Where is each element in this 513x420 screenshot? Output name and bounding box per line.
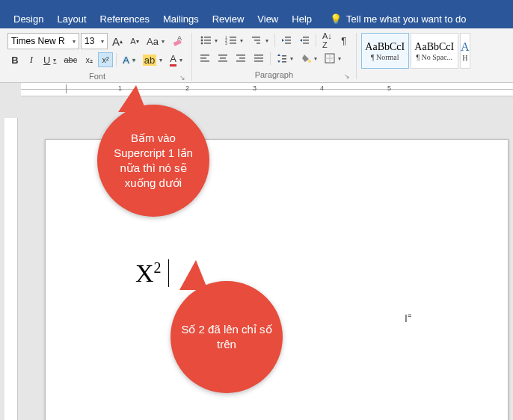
style-normal[interactable]: AaBbCcI ¶ Normal (361, 33, 409, 69)
svg-rect-39 (282, 55, 286, 57)
svg-rect-40 (282, 58, 286, 60)
align-right-button[interactable] (233, 51, 249, 66)
align-left-icon (200, 53, 210, 64)
font-name-combo[interactable]: Times New R ▾ (7, 33, 79, 49)
svg-rect-22 (303, 40, 309, 41)
ruler-mark: 2 (185, 84, 189, 92)
pilcrow-icon: ¶ (341, 35, 346, 46)
ruler-mark: 4 (320, 84, 324, 92)
tell-me-label: Tell me what you want to do (346, 13, 466, 25)
svg-rect-33 (236, 61, 245, 62)
svg-rect-16 (256, 43, 260, 44)
callout-text: Bấm vào Supercript 1 lần nữa thì nó sẽ x… (105, 131, 202, 191)
shading-button[interactable]: ▾ (298, 51, 320, 66)
svg-rect-3 (204, 37, 211, 38)
vertical-ruler[interactable] (4, 118, 18, 420)
increase-indent-button[interactable] (296, 33, 313, 48)
svg-rect-23 (303, 43, 309, 44)
italic-button[interactable]: I (24, 52, 39, 67)
mouse-text-cursor-icon: I≡ (405, 312, 411, 324)
multilevel-list-button[interactable]: ▾ (248, 33, 271, 48)
borders-button[interactable]: ▾ (322, 51, 344, 66)
svg-rect-31 (236, 55, 245, 56)
font-size-combo[interactable]: 13 ▾ (81, 33, 108, 49)
chevron-down-icon: ▾ (129, 57, 135, 64)
svg-rect-25 (200, 55, 209, 56)
chevron-down-icon: ▾ (237, 37, 243, 44)
svg-rect-29 (220, 58, 226, 59)
highlight-button[interactable]: ab▾ (140, 52, 165, 67)
tab-design[interactable]: Design (13, 13, 43, 25)
separator (116, 53, 117, 67)
align-center-button[interactable] (215, 51, 231, 66)
style-no-spacing[interactable]: AaBbCcI ¶ No Spac... (411, 33, 458, 69)
line-spacing-button[interactable]: ▾ (274, 51, 296, 66)
svg-point-4 (201, 40, 203, 42)
callout-tail-icon (179, 260, 208, 290)
bold-button[interactable]: B (7, 52, 22, 67)
tell-me-search[interactable]: 💡 Tell me what you want to do (330, 13, 466, 25)
style-sample: A (461, 40, 470, 54)
svg-marker-20 (282, 39, 284, 42)
svg-rect-34 (254, 55, 263, 56)
subscript-button[interactable]: x₂ (82, 52, 96, 67)
annotation-callout-1: Bấm vào Supercript 1 lần nữa thì nó sẽ x… (97, 105, 209, 217)
window-titlebar (0, 0, 513, 9)
style-name: ¶ No Spac... (416, 53, 452, 61)
tab-mailings[interactable]: Mailings (163, 13, 199, 25)
style-sample: AaBbCcI (365, 41, 405, 53)
svg-rect-14 (252, 37, 260, 38)
svg-rect-35 (254, 58, 263, 59)
strikethrough-button[interactable]: abc (61, 52, 80, 67)
tab-layout[interactable]: Layout (57, 13, 86, 25)
font-name-value: Times New R (11, 36, 65, 46)
text-effects-button[interactable]: A▾ (120, 52, 138, 67)
clear-formatting-button[interactable]: A (169, 34, 187, 49)
shrink-font-icon: A (130, 37, 135, 46)
align-left-button[interactable] (197, 51, 213, 66)
svg-rect-18 (285, 40, 291, 41)
grow-font-button[interactable]: A▴ (109, 34, 126, 49)
document-text[interactable]: X2 (135, 259, 169, 288)
shrink-font-button[interactable]: A▾ (127, 34, 142, 49)
ribbon-tabs: Design Layout References Mailings Review… (0, 9, 513, 28)
show-marks-button[interactable]: ¶ (337, 33, 351, 48)
svg-rect-17 (285, 37, 291, 38)
style-heading[interactable]: A H (460, 33, 470, 69)
justify-button[interactable] (251, 51, 267, 66)
bullets-button[interactable]: ▾ (197, 33, 221, 48)
svg-rect-15 (254, 40, 260, 41)
chevron-down-icon: ▾ (311, 55, 317, 62)
chevron-down-icon: ▾ (70, 38, 76, 45)
change-case-button[interactable]: Aa▾ (144, 34, 168, 49)
horizontal-ruler[interactable]: 1 2 3 4 5 (21, 83, 513, 96)
svg-text:3: 3 (225, 41, 227, 46)
text-superscript: 2 (154, 259, 162, 276)
superscript-button[interactable]: x² (98, 52, 113, 67)
numbering-button[interactable]: 123▾ (222, 33, 246, 48)
group-label-font[interactable]: Font (7, 72, 187, 81)
svg-rect-7 (204, 43, 211, 44)
underline-button[interactable]: U▾ (40, 52, 59, 67)
line-spacing-icon (277, 53, 287, 64)
tab-references[interactable]: References (100, 13, 150, 25)
svg-rect-5 (204, 40, 211, 41)
chevron-down-icon: ▾ (287, 55, 293, 62)
ruler-mark: 5 (387, 84, 391, 92)
callout-text: Số 2 đã lên chỉ số trên (181, 322, 272, 353)
sort-icon: A↓Z (322, 31, 332, 49)
chevron-down-icon: ▾ (98, 38, 104, 45)
tab-view[interactable]: View (257, 13, 278, 25)
decrease-indent-button[interactable] (278, 33, 295, 48)
font-color-button[interactable]: A▾ (167, 52, 185, 67)
svg-rect-30 (218, 61, 227, 62)
group-label-paragraph[interactable]: Paragraph (197, 70, 351, 79)
tab-help[interactable]: Help (292, 13, 312, 25)
tab-review[interactable]: Review (212, 13, 245, 25)
svg-text:A: A (177, 35, 182, 42)
chevron-down-icon: ▾ (176, 57, 182, 64)
sort-button[interactable]: A↓Z (319, 33, 335, 48)
svg-rect-28 (218, 55, 227, 56)
svg-rect-13 (230, 43, 236, 44)
svg-rect-41 (282, 61, 286, 63)
